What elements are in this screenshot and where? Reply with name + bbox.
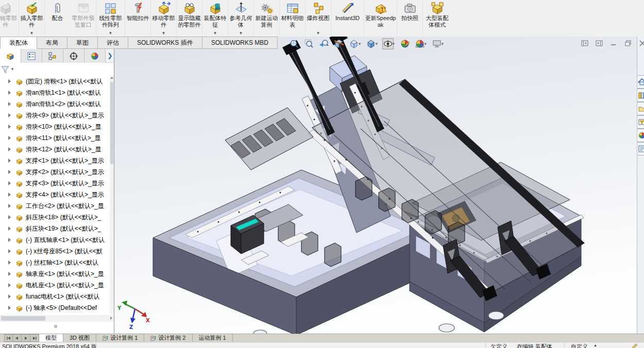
tree-item[interactable]: (-) 丝杠轴<1> (默认<<默认 [0,257,110,268]
tab-SOLIDWORKS MBD[interactable]: SOLIDWORKS MBD [202,37,278,49]
pencil-icon[interactable] [632,342,638,348]
study-tab-设计算例 2[interactable]: 设计算例 2 [144,334,192,342]
tree-item[interactable]: 滑块<9> (默认<<默认>_显示 [0,110,110,121]
expand-arrow-icon[interactable] [8,306,11,310]
tree-item[interactable]: 轴承座<1> (默认<<默认>_显 [0,268,110,280]
expand-arrow-icon[interactable] [8,193,11,197]
tree-item[interactable]: (-) x丝母座85<1> (默认<<默 [0,246,110,257]
tree-item[interactable]: 电机座<1> (默认<<默认>_显 [0,280,110,291]
expand-arrow-icon[interactable] [8,249,11,253]
dropdown-arrow[interactable]: ▼ [392,42,396,46]
design-library-button[interactable] [637,89,644,102]
tree-item[interactable]: 滑an滑轨1<1> (默认<<默认 [0,87,110,98]
tree-item[interactable]: 支撑<3> (默认<<默认>_显示 [0,178,110,189]
expand-arrow-icon[interactable] [8,159,11,163]
displaymanager-tab[interactable] [84,49,106,63]
dropdown-arrow[interactable]: ▼ [440,42,445,46]
expand-arrow-icon[interactable] [8,125,11,129]
collapse-left-pane-button[interactable] [579,39,590,48]
tree-item[interactable]: 滑an滑轨1<2> (默认<<默认 [0,98,110,110]
reference-geometry-button[interactable]: 参考几何体▼ [228,0,253,37]
tree-item[interactable]: 滑块<11> (默认<<默认>_显 [0,132,110,144]
smart-fasteners-button[interactable]: 智能扣件 [125,0,150,37]
move-component-button[interactable]: 移动零部件▼ [150,0,176,37]
exploded-view-button[interactable]: 爆炸视图▼ [305,0,331,37]
large-assembly-mode-button[interactable]: 大型装配体模式 [422,0,451,37]
edit-appearance-button[interactable] [399,38,411,49]
propertymanager-tab[interactable] [21,49,42,63]
close-button[interactable] [637,39,644,48]
next-tab-button[interactable] [22,334,30,342]
expand-arrow-icon[interactable] [8,170,11,174]
study-tab-运动算例 1[interactable]: 运动算例 1 [193,334,233,342]
expand-arrow-icon[interactable] [8,79,11,83]
scrollbar-thumb[interactable] [1,316,45,321]
dropdown-arrow[interactable]: ▼ [358,42,362,46]
expand-arrow-icon[interactable] [8,283,11,287]
first-tab-button[interactable] [4,334,13,342]
zoom-fit-button[interactable] [289,38,300,49]
expand-arrow-icon[interactable] [8,272,11,276]
tree-item[interactable]: 支撑<4> (默认<<默认>_显示 [0,189,110,200]
tree-item[interactable]: funac电机<1> (默认<<默认 [0,291,110,302]
mate-button[interactable]: 配合 [44,0,70,37]
expand-arrow-icon[interactable] [8,260,11,265]
dropdown-arrow[interactable]: ▼ [162,31,166,37]
prev-tab-button[interactable] [13,334,22,342]
tree-item[interactable]: 滑块<12> (默认<<默认>_显 [0,144,110,155]
tree-item[interactable]: 斜压块<19> (默认<<默认>_ [0,223,110,234]
linear-pattern-button[interactable]: 线性零部件阵列▼ [96,0,125,37]
snapshot-button[interactable]: 拍快照 [397,0,422,37]
tab-装配体[interactable]: 装配体 [0,37,37,49]
study-tab-模型[interactable]: 模型 [39,334,63,342]
filter-dropdown-arrow[interactable]: ▼ [10,67,14,72]
tree-item[interactable]: (固定) 滑鞍<1> (默认<<默认 [0,76,110,87]
view-palette-button[interactable] [637,115,644,129]
customize-dropdown-arrow[interactable]: ▲ [594,343,597,347]
scrollbar-thumb[interactable] [110,82,113,164]
expand-arrow-icon[interactable] [8,113,11,117]
insert-component-button[interactable]: 插入零部件▼ [19,0,44,37]
scroll-right-arrow[interactable] [110,317,112,320]
tree-item[interactable]: (-) 直线轴承<1> (默认<<默认 [0,234,110,246]
tab-草图[interactable]: 草图 [67,37,98,49]
instant3d-button[interactable]: Instant3D [331,0,364,37]
assembly-features-button[interactable]: 装配体特征▼ [202,0,228,37]
tree-item[interactable]: 工作台<2> (默认<<默认>_显 [0,200,110,212]
collapse-right-pane-button[interactable] [594,39,605,48]
expand-arrow-icon[interactable] [8,227,11,231]
section-view-button[interactable] [333,38,345,49]
tree-item[interactable]: 滑块<10> (默认<<默认>_显 [0,121,110,132]
expand-arrow-icon[interactable] [8,91,11,95]
expand-arrow-icon[interactable] [8,181,11,185]
show-hidden-components-button[interactable]: 显示隐藏的零部件 [176,0,202,37]
dropdown-arrow[interactable]: ▼ [375,42,379,46]
previous-view-button[interactable] [318,38,330,49]
dropdown-arrow[interactable]: ▼ [239,31,243,37]
minimize-button[interactable] [608,39,619,48]
dropdown-arrow[interactable]: ▼ [316,31,320,37]
tab-布局[interactable]: 布局 [37,37,67,49]
dimxpertmanager-tab[interactable] [63,49,84,63]
tree-item[interactable]: 支撑<2> (默认<<默认>_显示 [0,166,110,178]
featuremanager-tree-tab[interactable] [0,49,21,63]
dropdown-arrow[interactable]: ▼ [30,31,34,37]
dropdown-arrow[interactable]: ▼ [423,42,428,46]
tree-item[interactable]: (-) 轴承<5> (Default<<Def [0,302,110,314]
tab-SOLIDWORKS 插件[interactable]: SOLIDWORKS 插件 [128,37,202,49]
panel-expand-button[interactable]: ❯ [106,49,114,62]
tree-item[interactable]: 斜压块<18> (默认<<默认>_ [0,212,110,223]
solidworks-resources-button[interactable] [637,75,644,89]
dropdown-arrow[interactable]: ▼ [109,31,113,37]
expand-arrow-icon[interactable] [8,102,11,106]
graphics-viewport[interactable]: Y Z X [114,37,637,334]
custom-properties-button[interactable] [637,142,644,155]
dropdown-arrow[interactable]: ▼ [213,31,217,37]
tree-vertical-scrollbar[interactable] [110,76,114,314]
configurationmanager-tab[interactable] [42,49,63,63]
last-tab-button[interactable] [30,334,39,342]
file-explorer-button[interactable] [637,102,644,115]
scroll-up-arrow[interactable] [110,77,113,79]
expand-arrow-icon[interactable] [8,215,11,219]
tab-评估[interactable]: 评估 [98,37,128,49]
